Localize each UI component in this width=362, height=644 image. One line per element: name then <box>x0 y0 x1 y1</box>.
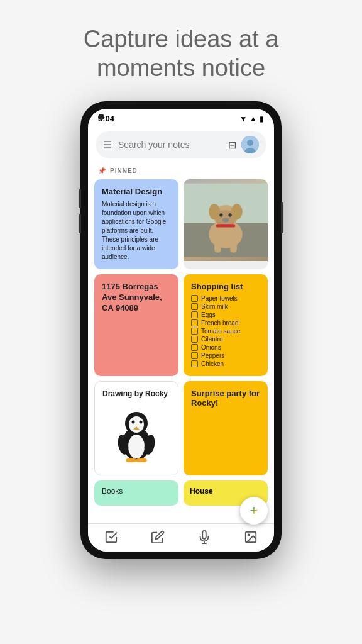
list-item: French bread <box>191 319 260 326</box>
fab-button[interactable]: + <box>240 497 268 525</box>
svg-rect-16 <box>230 243 237 253</box>
volume-up-button <box>79 189 81 208</box>
checkbox[interactable] <box>191 336 198 343</box>
hero-section: Capture ideas at a moments notice <box>0 0 362 101</box>
checkbox[interactable] <box>191 319 198 326</box>
list-item: Onions <box>191 344 260 351</box>
checkbox[interactable] <box>191 328 198 335</box>
checkbox[interactable] <box>191 303 198 310</box>
checkbox[interactable] <box>191 360 198 367</box>
nav-microphone[interactable] <box>197 530 211 544</box>
checkbox[interactable] <box>191 295 198 302</box>
phone-screen: 5:04 ▼ ▲ ▮ ☰ Search your notes ⊟ <box>88 109 274 552</box>
drawing-title: Drawing by Rocky <box>102 389 170 398</box>
hero-title: Capture ideas at a moments notice <box>0 0 362 101</box>
svg-rect-14 <box>216 224 235 227</box>
svg-point-13 <box>231 204 243 219</box>
penguin-drawing <box>102 401 170 467</box>
power-button <box>281 202 283 233</box>
user-avatar[interactable] <box>241 136 259 153</box>
svg-point-23 <box>132 421 135 424</box>
checkbox[interactable] <box>191 311 198 318</box>
svg-point-24 <box>140 421 143 424</box>
note-title: Material Design <box>102 187 171 196</box>
view-toggle-icon[interactable]: ⊟ <box>228 139 236 151</box>
search-bar[interactable]: ☰ Search your notes ⊟ <box>96 131 266 158</box>
list-item: Paper towels <box>191 295 260 302</box>
note-shopping-list[interactable]: Shopping list Paper towels Skim milk Egg… <box>184 274 268 376</box>
search-placeholder: Search your notes <box>118 140 222 150</box>
note-address[interactable]: 1175 Borregas Ave Sunnyvale, CA 94089 <box>94 274 178 376</box>
svg-point-18 <box>128 435 145 458</box>
battery-icon: ▮ <box>260 114 264 123</box>
status-icons: ▼ ▲ ▮ <box>239 114 264 123</box>
nav-image[interactable] <box>244 530 258 544</box>
nav-edit[interactable] <box>151 530 165 544</box>
svg-point-33 <box>248 535 250 536</box>
svg-point-10 <box>228 213 231 216</box>
checklist: Paper towels Skim milk Eggs French bread… <box>191 295 260 367</box>
note-body: Material design is a foundation upon whi… <box>102 200 171 262</box>
wifi-icon: ▼ <box>239 114 247 123</box>
fab-plus-icon: + <box>250 502 258 519</box>
svg-point-11 <box>222 218 229 223</box>
checkbox[interactable] <box>191 352 198 359</box>
surprise-party-title: Surprise party for Rocky! <box>191 389 260 408</box>
fab-spacer: + <box>88 511 274 523</box>
pin-icon: 📌 <box>98 167 106 174</box>
svg-point-12 <box>209 204 220 219</box>
checkbox[interactable] <box>191 344 198 351</box>
house-text: House <box>190 487 213 496</box>
list-item: Cilantro <box>191 336 260 343</box>
volume-down-button <box>79 214 81 233</box>
note-dog-photo[interactable] <box>184 179 268 269</box>
svg-rect-15 <box>214 243 221 253</box>
list-item: Skim milk <box>191 303 260 310</box>
list-item: Peppers <box>191 352 260 359</box>
note-surprise-party[interactable]: Surprise party for Rocky! <box>184 381 268 475</box>
svg-point-20 <box>129 416 144 433</box>
notes-grid: Material Design Material design is a fou… <box>88 177 274 480</box>
phone-frame: 5:04 ▼ ▲ ▮ ☰ Search your notes ⊟ <box>80 101 282 559</box>
list-item: Tomato sauce <box>191 328 260 335</box>
nav-checklist[interactable] <box>104 530 118 544</box>
note-books[interactable]: Books <box>94 480 178 506</box>
signal-icon: ▲ <box>250 114 257 123</box>
shopping-list-title: Shopping list <box>191 282 260 291</box>
svg-point-1 <box>247 140 253 146</box>
status-bar: 5:04 ▼ ▲ ▮ <box>88 109 274 126</box>
list-item: Eggs <box>191 311 260 318</box>
pinned-label: 📌 PINNED <box>88 164 274 177</box>
svg-point-9 <box>219 213 222 216</box>
note-material-design[interactable]: Material Design Material design is a fou… <box>94 179 178 269</box>
bottom-navigation <box>88 523 274 552</box>
list-item: Chicken <box>191 360 260 367</box>
dog-photo-image <box>184 179 268 261</box>
pinned-text: PINNED <box>110 167 138 174</box>
menu-icon[interactable]: ☰ <box>103 139 112 151</box>
search-right-actions: ⊟ <box>228 136 259 153</box>
books-title: Books <box>102 487 123 496</box>
address-text: 1175 Borregas Ave Sunnyvale, CA 94089 <box>102 282 162 313</box>
note-drawing-rocky[interactable]: Drawing by Rocky <box>94 381 178 475</box>
